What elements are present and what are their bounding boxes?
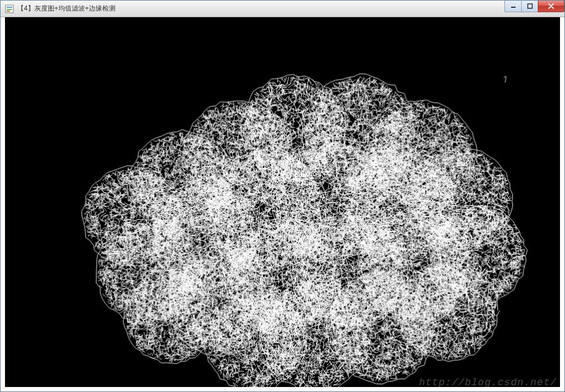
svg-rect-2 xyxy=(7,9,12,10)
maximize-button[interactable] xyxy=(521,1,538,12)
image-viewport xyxy=(5,17,560,387)
svg-rect-3 xyxy=(7,11,10,12)
window-controls xyxy=(504,1,564,12)
opencv-window-icon xyxy=(5,4,14,13)
minimize-button[interactable] xyxy=(504,1,521,12)
edge-detection-output-image xyxy=(5,17,560,387)
window-title: 【4】灰度图+均值滤波+边缘检测 xyxy=(17,4,116,13)
svg-rect-5 xyxy=(528,4,532,8)
close-button[interactable] xyxy=(538,1,564,12)
svg-rect-1 xyxy=(7,7,12,8)
svg-rect-4 xyxy=(511,7,516,8)
titlebar[interactable]: 【4】灰度图+均值滤波+边缘检测 xyxy=(1,1,564,17)
application-window: 【4】灰度图+均值滤波+边缘检测 http://blog.csdn.net/ xyxy=(0,0,565,392)
